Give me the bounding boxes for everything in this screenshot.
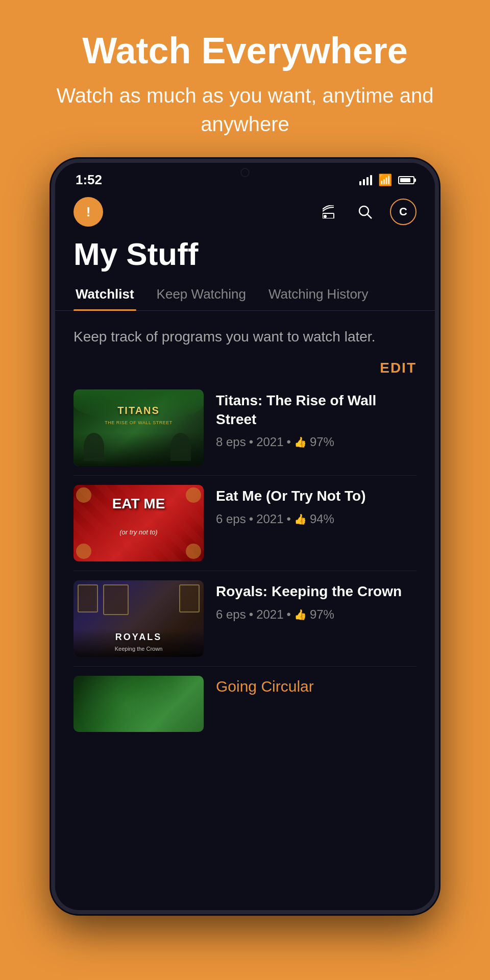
search-icon[interactable] bbox=[355, 202, 375, 222]
thumbup-icon: 👍 bbox=[294, 608, 307, 621]
content-title: Titans: The Rise of Wall Street bbox=[216, 391, 416, 429]
edit-row: EDIT bbox=[74, 353, 416, 380]
list-item[interactable]: TITANS THE RISE OF WALL STREET Titans: T… bbox=[74, 380, 416, 476]
content-meta: 8 eps • 2021 • 👍 97% bbox=[216, 435, 416, 449]
thumbnail-going-circular bbox=[74, 676, 204, 732]
watchlist-description: Keep track of programs you want to watch… bbox=[74, 311, 416, 353]
app-logo[interactable]: ! bbox=[74, 197, 103, 227]
profile-icon[interactable]: C bbox=[390, 199, 416, 225]
profile-initial: C bbox=[399, 205, 407, 218]
svg-line-3 bbox=[368, 214, 372, 218]
thumbnail-title: TITANS bbox=[74, 405, 204, 416]
app-nav: ! bbox=[55, 192, 435, 232]
cast-icon[interactable] bbox=[321, 202, 340, 222]
partial-content-info: Going Circular bbox=[216, 676, 416, 695]
thumbup-icon: 👍 bbox=[294, 436, 307, 448]
status-bar: 1:52 📶 bbox=[55, 163, 435, 192]
partial-title: Going Circular bbox=[216, 678, 416, 695]
nav-icons: C bbox=[321, 199, 416, 225]
promo-header: Watch Everywhere Watch as much as you wa… bbox=[0, 0, 490, 159]
thumbnail-royals-sub: Keeping the Crown bbox=[74, 646, 204, 652]
signal-bars-icon bbox=[359, 175, 372, 185]
tab-watching-history[interactable]: Watching History bbox=[266, 281, 371, 310]
list-item[interactable]: EAT ME (or try not to) Eat Me (Or Try No… bbox=[74, 476, 416, 571]
content-meta: 6 eps • 2021 • 👍 94% bbox=[216, 512, 416, 526]
svg-point-1 bbox=[324, 215, 327, 218]
thumbnail-eatme-sub: (or try not to) bbox=[76, 528, 202, 536]
thumbnail-royals-title: ROYALS bbox=[74, 632, 204, 643]
logo-mark: ! bbox=[86, 204, 91, 220]
phone-frame: 1:52 📶 ! bbox=[51, 159, 439, 914]
thumbnail-eatme-title: EAT ME bbox=[78, 496, 200, 512]
content-list: TITANS THE RISE OF WALL STREET Titans: T… bbox=[74, 380, 416, 741]
content-info: Titans: The Rise of Wall Street 8 eps • … bbox=[216, 389, 416, 449]
thumbnail-royals: ROYALS Keeping the Crown bbox=[74, 580, 204, 657]
list-item[interactable]: ROYALS Keeping the Crown Royals: Keeping… bbox=[74, 571, 416, 667]
tabs-bar: Watchlist Keep Watching Watching History bbox=[55, 281, 435, 311]
promo-title: Watch Everywhere bbox=[41, 31, 449, 71]
edit-button[interactable]: EDIT bbox=[380, 360, 416, 376]
promo-subtitle: Watch as much as you want, anytime and a… bbox=[41, 81, 449, 138]
status-icons: 📶 bbox=[359, 174, 414, 187]
thumbup-icon: 👍 bbox=[294, 513, 307, 525]
tab-keep-watching[interactable]: Keep Watching bbox=[155, 281, 248, 310]
battery-icon bbox=[398, 176, 414, 184]
thumbnail-titans: TITANS THE RISE OF WALL STREET bbox=[74, 389, 204, 466]
tab-watchlist[interactable]: Watchlist bbox=[74, 281, 136, 310]
svg-point-2 bbox=[359, 206, 369, 215]
status-time: 1:52 bbox=[76, 172, 102, 188]
wifi-icon: 📶 bbox=[378, 174, 392, 187]
thumbnail-subtitle: THE RISE OF WALL STREET bbox=[76, 420, 202, 425]
content-meta: 6 eps • 2021 • 👍 97% bbox=[216, 607, 416, 622]
page-title: My Stuff bbox=[55, 232, 435, 281]
content-info: Royals: Keeping the Crown 6 eps • 2021 •… bbox=[216, 580, 416, 621]
content-title: Royals: Keeping the Crown bbox=[216, 582, 416, 601]
content-area: Keep track of programs you want to watch… bbox=[55, 311, 435, 910]
list-item-partial[interactable]: Going Circular bbox=[74, 667, 416, 741]
thumbnail-eatme: EAT ME (or try not to) bbox=[74, 485, 204, 561]
content-title: Eat Me (Or Try Not To) bbox=[216, 487, 416, 505]
content-info: Eat Me (Or Try Not To) 6 eps • 2021 • 👍 … bbox=[216, 485, 416, 526]
phone-screen: 1:52 📶 ! bbox=[55, 163, 435, 910]
